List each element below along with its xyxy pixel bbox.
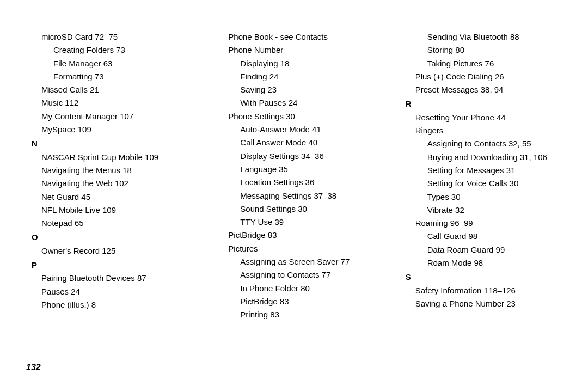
index-subentry: Printing 83 — [240, 308, 376, 321]
index-subentry: Location Settings 36 — [240, 176, 376, 189]
index-entry: Navigating the Menus 18 — [41, 164, 189, 177]
index-entry: Resetting Your Phone 44 — [415, 111, 563, 124]
index-subentry: Assigning to Contacts 32, 55 — [427, 137, 563, 150]
index-subentry: Saving 23 — [240, 83, 376, 96]
index-entry: Pauses 24 — [41, 285, 189, 298]
index-subentry: Formatting 73 — [53, 70, 189, 83]
index-entry: Pictures — [228, 242, 376, 255]
index-letter-r: R — [406, 97, 563, 111]
index-subentry: Language 35 — [240, 163, 376, 176]
index-subentry: Vibrate 32 — [427, 204, 563, 217]
index-subentry: Taking Pictures 76 — [427, 57, 563, 70]
index-subentry: Display Settings 34–36 — [240, 150, 376, 163]
index-entry: Safety Information 118–126 — [415, 284, 563, 297]
index-entry: Roaming 96–99 — [415, 217, 563, 230]
index-entry: NFL Mobile Live 109 — [41, 204, 189, 217]
index-letter-p: P — [32, 259, 189, 272]
index-entry: MySpace 109 — [41, 123, 189, 136]
index-letter-o: O — [32, 231, 189, 244]
index-entry: Phone Book - see Contacts — [228, 30, 376, 44]
column-2: Phone Book - see Contacts Phone Number D… — [212, 30, 376, 322]
index-subentry: Assigning as Screen Saver 77 — [240, 255, 376, 268]
index-letter-s: S — [406, 271, 563, 284]
index-subentry: With Pauses 24 — [240, 96, 376, 109]
index-entry: Preset Messages 38, 94 — [415, 83, 563, 96]
index-subentry: Storing 80 — [427, 44, 563, 57]
index-entry: My Content Manager 107 — [41, 110, 189, 123]
index-entry: Pairing Bluetooth Devices 87 — [41, 272, 189, 285]
index-subentry: Call Guard 98 — [427, 230, 563, 243]
index-subentry: Creating Folders 73 — [53, 44, 189, 57]
index-entry: Phone Number — [228, 44, 376, 57]
index-entry: Saving a Phone Number 23 — [415, 297, 563, 310]
index-letter-n: N — [32, 137, 189, 150]
index-entry: microSD Card 72–75 — [41, 30, 189, 44]
index-entry: Navigating the Web 102 — [41, 177, 189, 190]
column-1: microSD Card 72–75 Creating Folders 73 F… — [25, 30, 189, 322]
index-subentry: TTY Use 39 — [240, 216, 376, 229]
index-entry: Plus (+) Code Dialing 26 — [415, 70, 563, 83]
index-subentry: Messaging Settings 37–38 — [240, 189, 376, 203]
column-3: Sending Via Bluetooth 88 Storing 80 Taki… — [399, 30, 563, 322]
index-subentry: In Phone Folder 80 — [240, 282, 376, 295]
index-entry: Phone Settings 30 — [228, 110, 376, 123]
index-entry: Ringers — [415, 124, 563, 137]
index-subentry: Types 30 — [427, 191, 563, 204]
index-subentry: Sound Settings 30 — [240, 203, 376, 216]
index-subentry: Finding 24 — [240, 70, 376, 83]
index-entry: Music 112 — [41, 96, 189, 109]
page-number: 132 — [26, 360, 41, 375]
index-entry: Owner's Record 125 — [41, 244, 189, 258]
index-entry: Phone (illus.) 8 — [41, 298, 189, 311]
index-subentry: Sending Via Bluetooth 88 — [427, 30, 563, 44]
index-subentry: Setting for Voice Calls 30 — [427, 177, 563, 190]
index-entry: PictBridge 83 — [228, 229, 376, 242]
index-subentry: Call Answer Mode 40 — [240, 136, 376, 149]
index-subentry: Displaying 18 — [240, 57, 376, 70]
index-subentry: Data Roam Guard 99 — [427, 243, 563, 256]
index-entry: Net Guard 45 — [41, 191, 189, 204]
index-subentry: Assigning to Contacts 77 — [240, 268, 376, 281]
index-subentry: Auto-Answer Mode 41 — [240, 123, 376, 136]
index-subentry: Roam Mode 98 — [427, 256, 563, 270]
index-subentry: Setting for Messages 31 — [427, 164, 563, 177]
index-columns: microSD Card 72–75 Creating Folders 73 F… — [25, 30, 563, 322]
index-subentry: Buying and Downloading 31, 106 — [427, 151, 563, 164]
index-entry: Missed Calls 21 — [41, 83, 189, 96]
index-subentry: PictBridge 83 — [240, 295, 376, 308]
index-entry: NASCAR Sprint Cup Mobile 109 — [41, 151, 189, 164]
index-subentry: File Manager 63 — [53, 57, 189, 70]
index-entry: Notepad 65 — [41, 217, 189, 230]
